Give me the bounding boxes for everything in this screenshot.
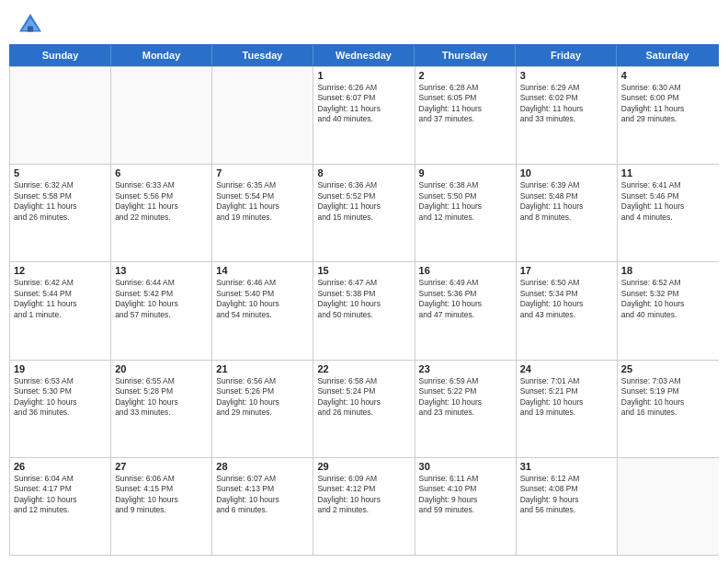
calendar-week-1: 1Sunrise: 6:26 AM Sunset: 6:07 PM Daylig… (10, 66, 719, 164)
day-info: Sunrise: 6:50 AM Sunset: 5:34 PM Dayligh… (520, 278, 613, 320)
day-number: 10 (520, 167, 613, 178)
day-number: 2 (419, 70, 512, 81)
day-info: Sunrise: 6:38 AM Sunset: 5:50 PM Dayligh… (419, 180, 512, 223)
day-number: 4 (621, 70, 715, 81)
day-info: Sunrise: 6:07 AM Sunset: 4:13 PM Dayligh… (216, 474, 309, 516)
day-cell-6: 6Sunrise: 6:33 AM Sunset: 5:56 PM Daylig… (111, 165, 212, 261)
page: SundayMondayTuesdayWednesdayThursdayFrid… (0, 0, 728, 563)
day-cell-1: 1Sunrise: 6:26 AM Sunset: 6:07 PM Daylig… (313, 67, 415, 164)
day-cell-11: 11Sunrise: 6:41 AM Sunset: 5:46 PM Dayli… (618, 165, 719, 261)
day-info: Sunrise: 6:28 AM Sunset: 6:05 PM Dayligh… (419, 83, 512, 125)
day-cell-24: 24Sunrise: 7:01 AM Sunset: 5:21 PM Dayli… (517, 361, 618, 457)
day-info: Sunrise: 6:58 AM Sunset: 5:24 PM Dayligh… (317, 376, 410, 419)
day-info: Sunrise: 6:53 AM Sunset: 5:30 PM Dayligh… (14, 376, 107, 419)
day-cell-12: 12Sunrise: 6:42 AM Sunset: 5:44 PM Dayli… (10, 262, 111, 359)
header (0, 0, 728, 44)
day-info: Sunrise: 6:39 AM Sunset: 5:48 PM Dayligh… (520, 180, 613, 223)
calendar-body: 1Sunrise: 6:26 AM Sunset: 6:07 PM Daylig… (9, 66, 719, 556)
day-info: Sunrise: 7:03 AM Sunset: 5:19 PM Dayligh… (621, 376, 715, 419)
day-number: 29 (317, 461, 410, 472)
day-number: 18 (621, 265, 715, 276)
day-cell-8: 8Sunrise: 6:36 AM Sunset: 5:52 PM Daylig… (313, 165, 415, 261)
day-number: 26 (14, 461, 107, 472)
day-cell-7: 7Sunrise: 6:35 AM Sunset: 5:54 PM Daylig… (212, 165, 313, 261)
day-cell-10: 10Sunrise: 6:39 AM Sunset: 5:48 PM Dayli… (517, 165, 618, 261)
day-info: Sunrise: 6:59 AM Sunset: 5:22 PM Dayligh… (419, 376, 512, 419)
day-of-week-wednesday: Wednesday (313, 45, 415, 65)
day-number: 15 (317, 265, 410, 276)
day-cell-22: 22Sunrise: 6:58 AM Sunset: 5:24 PM Dayli… (313, 361, 415, 457)
day-cell-17: 17Sunrise: 6:50 AM Sunset: 5:34 PM Dayli… (517, 262, 618, 359)
day-cell-19: 19Sunrise: 6:53 AM Sunset: 5:30 PM Dayli… (10, 361, 111, 457)
day-info: Sunrise: 6:33 AM Sunset: 5:56 PM Dayligh… (115, 180, 208, 223)
day-info: Sunrise: 6:49 AM Sunset: 5:36 PM Dayligh… (419, 278, 512, 320)
day-cell-23: 23Sunrise: 6:59 AM Sunset: 5:22 PM Dayli… (415, 361, 517, 457)
day-of-week-thursday: Thursday (415, 45, 516, 65)
day-cell-31: 31Sunrise: 6:12 AM Sunset: 4:08 PM Dayli… (517, 458, 618, 555)
day-number: 11 (621, 167, 715, 178)
day-cell-3: 3Sunrise: 6:29 AM Sunset: 6:02 PM Daylig… (517, 67, 618, 164)
day-info: Sunrise: 6:41 AM Sunset: 5:46 PM Dayligh… (621, 180, 715, 223)
day-info: Sunrise: 6:44 AM Sunset: 5:42 PM Dayligh… (115, 278, 208, 320)
day-info: Sunrise: 6:36 AM Sunset: 5:52 PM Dayligh… (317, 180, 410, 223)
logo-icon (17, 11, 44, 39)
svg-rect-2 (28, 27, 33, 32)
day-info: Sunrise: 6:35 AM Sunset: 5:54 PM Dayligh… (216, 180, 309, 223)
day-cell-29: 29Sunrise: 6:09 AM Sunset: 4:12 PM Dayli… (313, 458, 415, 555)
calendar-week-5: 26Sunrise: 6:04 AM Sunset: 4:17 PM Dayli… (10, 457, 719, 555)
day-cell-26: 26Sunrise: 6:04 AM Sunset: 4:17 PM Dayli… (10, 458, 111, 555)
day-number: 30 (419, 461, 512, 472)
day-info: Sunrise: 6:29 AM Sunset: 6:02 PM Dayligh… (520, 83, 613, 125)
day-info: Sunrise: 6:11 AM Sunset: 4:10 PM Dayligh… (419, 474, 512, 516)
logo (17, 11, 48, 39)
day-number: 7 (216, 167, 309, 178)
day-number: 21 (216, 363, 309, 374)
calendar: SundayMondayTuesdayWednesdayThursdayFrid… (0, 44, 728, 563)
day-info: Sunrise: 6:26 AM Sunset: 6:07 PM Dayligh… (317, 83, 410, 125)
day-number: 13 (115, 265, 208, 276)
day-info: Sunrise: 6:47 AM Sunset: 5:38 PM Dayligh… (317, 278, 410, 320)
empty-cell (111, 67, 212, 164)
day-cell-9: 9Sunrise: 6:38 AM Sunset: 5:50 PM Daylig… (415, 165, 517, 261)
day-info: Sunrise: 6:32 AM Sunset: 5:58 PM Dayligh… (14, 180, 107, 223)
day-info: Sunrise: 6:42 AM Sunset: 5:44 PM Dayligh… (14, 278, 107, 320)
day-cell-15: 15Sunrise: 6:47 AM Sunset: 5:38 PM Dayli… (313, 262, 415, 359)
calendar-header: SundayMondayTuesdayWednesdayThursdayFrid… (9, 44, 719, 66)
day-of-week-sunday: Sunday (10, 45, 111, 65)
day-of-week-tuesday: Tuesday (212, 45, 313, 65)
day-number: 16 (419, 265, 512, 276)
day-cell-27: 27Sunrise: 6:06 AM Sunset: 4:15 PM Dayli… (111, 458, 212, 555)
empty-cell (618, 458, 719, 555)
day-number: 6 (115, 167, 208, 178)
day-info: Sunrise: 7:01 AM Sunset: 5:21 PM Dayligh… (520, 376, 613, 419)
day-info: Sunrise: 6:04 AM Sunset: 4:17 PM Dayligh… (14, 474, 107, 516)
day-cell-18: 18Sunrise: 6:52 AM Sunset: 5:32 PM Dayli… (618, 262, 719, 359)
day-number: 1 (317, 70, 410, 81)
day-info: Sunrise: 6:09 AM Sunset: 4:12 PM Dayligh… (317, 474, 410, 516)
day-cell-14: 14Sunrise: 6:46 AM Sunset: 5:40 PM Dayli… (212, 262, 313, 359)
day-number: 9 (419, 167, 512, 178)
calendar-week-3: 12Sunrise: 6:42 AM Sunset: 5:44 PM Dayli… (10, 261, 719, 359)
day-cell-13: 13Sunrise: 6:44 AM Sunset: 5:42 PM Dayli… (111, 262, 212, 359)
day-info: Sunrise: 6:52 AM Sunset: 5:32 PM Dayligh… (621, 278, 715, 320)
day-number: 24 (520, 363, 613, 374)
day-of-week-saturday: Saturday (617, 45, 718, 65)
calendar-week-4: 19Sunrise: 6:53 AM Sunset: 5:30 PM Dayli… (10, 360, 719, 457)
day-number: 31 (520, 461, 613, 472)
day-number: 5 (14, 167, 107, 178)
day-number: 28 (216, 461, 309, 472)
day-number: 19 (14, 363, 107, 374)
day-number: 20 (115, 363, 208, 374)
calendar-week-2: 5Sunrise: 6:32 AM Sunset: 5:58 PM Daylig… (10, 164, 719, 261)
day-number: 12 (14, 265, 107, 276)
day-info: Sunrise: 6:30 AM Sunset: 6:00 PM Dayligh… (621, 83, 715, 125)
day-number: 8 (317, 167, 410, 178)
day-info: Sunrise: 6:55 AM Sunset: 5:28 PM Dayligh… (115, 376, 208, 419)
day-info: Sunrise: 6:06 AM Sunset: 4:15 PM Dayligh… (115, 474, 208, 516)
empty-cell (10, 67, 111, 164)
day-cell-2: 2Sunrise: 6:28 AM Sunset: 6:05 PM Daylig… (415, 67, 517, 164)
day-cell-16: 16Sunrise: 6:49 AM Sunset: 5:36 PM Dayli… (415, 262, 517, 359)
day-of-week-friday: Friday (516, 45, 617, 65)
day-number: 3 (520, 70, 613, 81)
day-number: 14 (216, 265, 309, 276)
